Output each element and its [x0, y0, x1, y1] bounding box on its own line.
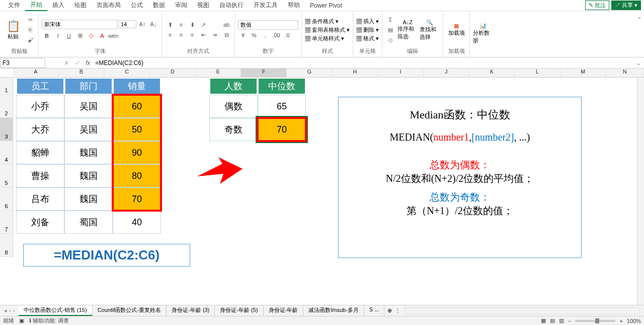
align-right-button[interactable]: ≡: [187, 30, 197, 39]
view-pagebreak-button[interactable]: ▥: [559, 317, 564, 324]
menu-formula[interactable]: 公式: [126, 0, 148, 11]
underline-button[interactable]: U: [64, 31, 74, 40]
tab-nav-first[interactable]: ◂: [4, 307, 7, 314]
view-normal-button[interactable]: ▦: [541, 317, 546, 324]
percent-button[interactable]: %: [249, 31, 259, 40]
wrap-text-button[interactable]: ab: [221, 20, 231, 29]
view-layout-button[interactable]: ▤: [550, 317, 555, 324]
insert-cells-button[interactable]: ▦ 插入 ▾: [356, 18, 379, 25]
menu-powerpivot[interactable]: Power Pivot: [305, 1, 347, 10]
increase-decimal-button[interactable]: .00: [271, 31, 281, 40]
align-middle-button[interactable]: ≡: [176, 20, 186, 29]
cell-c1[interactable]: 销量: [113, 78, 161, 95]
align-left-button[interactable]: ≡: [165, 30, 175, 39]
autosum-button[interactable]: Σ: [385, 15, 395, 24]
cell-b6[interactable]: 魏国: [64, 187, 113, 211]
cell-a4[interactable]: 貂蝉: [16, 141, 64, 164]
cell-e3[interactable]: 奇数: [209, 118, 258, 141]
col-header-k[interactable]: K: [469, 69, 515, 77]
col-header-d[interactable]: D: [150, 69, 196, 77]
formula-input[interactable]: [93, 59, 633, 67]
cell-f1[interactable]: 中位数: [258, 78, 306, 95]
cell-b2[interactable]: 吴国: [64, 95, 113, 118]
phonetic-button[interactable]: wén: [108, 31, 118, 40]
row-header-4[interactable]: 4: [0, 141, 13, 164]
cell-c4[interactable]: 90: [113, 141, 161, 164]
col-header-l[interactable]: L: [515, 69, 560, 77]
cell-a7[interactable]: 刘备: [16, 211, 64, 234]
cell-e1[interactable]: 人数: [209, 78, 258, 95]
indent-dec-button[interactable]: ⇤: [198, 30, 208, 39]
row-header-6[interactable]: 6: [0, 187, 13, 211]
tab-nav-prev[interactable]: ‹: [9, 307, 11, 314]
vertical-scrollbar[interactable]: [637, 78, 644, 311]
format-painter-button[interactable]: 🖌: [25, 35, 35, 44]
zoom-in-button[interactable]: +: [619, 318, 622, 324]
status-accessibility[interactable]: ℹ 辅助功能: 调查: [29, 317, 69, 324]
table-format-button[interactable]: ▦ 套用表格格式 ▾: [305, 26, 350, 34]
menu-draw[interactable]: 绘图: [69, 0, 92, 11]
horizontal-scrollbar[interactable]: [405, 307, 640, 314]
orientation-button[interactable]: ↗: [198, 20, 208, 29]
menu-dev[interactable]: 开发工具: [249, 0, 283, 11]
format-cells-button[interactable]: ▦ 格式 ▾: [356, 35, 379, 42]
col-header-h[interactable]: H: [333, 69, 378, 77]
cell-c3[interactable]: 50: [113, 118, 161, 141]
formula-expand-button[interactable]: ⌄: [633, 59, 644, 67]
cell-b3[interactable]: 吴国: [64, 118, 113, 141]
find-select-button[interactable]: 🔍查找和选择: [420, 13, 440, 46]
decrease-decimal-button[interactable]: .0: [282, 31, 292, 40]
cell-c5[interactable]: 80: [113, 164, 161, 187]
clear-button[interactable]: ◇: [385, 35, 395, 44]
analyze-data-button[interactable]: 📊分析数据: [473, 13, 493, 54]
cell-f2[interactable]: 65: [258, 95, 306, 118]
fill-color-button[interactable]: ◇: [86, 31, 96, 40]
enter-formula-button[interactable]: ✓: [71, 59, 83, 67]
zoom-level[interactable]: 100%: [627, 318, 641, 324]
align-center-button[interactable]: ≡: [176, 30, 186, 39]
merge-button[interactable]: ⊟: [221, 30, 231, 39]
col-header-c[interactable]: C: [104, 69, 150, 77]
cell-b7[interactable]: 蜀国: [64, 211, 113, 234]
cancel-formula-button[interactable]: ✕: [60, 59, 71, 67]
sheet-tab-4[interactable]: 身份证-年龄: [264, 305, 304, 316]
row-header-7[interactable]: 7: [0, 211, 13, 234]
zoom-slider[interactable]: [575, 320, 615, 322]
col-header-b[interactable]: B: [59, 69, 105, 77]
cell-b5[interactable]: 魏国: [64, 164, 113, 187]
row-header-5[interactable]: 5: [0, 164, 13, 187]
menu-automate[interactable]: 自动执行: [214, 0, 249, 11]
sort-filter-button[interactable]: A↓Z排序和筛选: [397, 13, 418, 46]
fill-button[interactable]: ▤: [385, 25, 395, 34]
row-header-2[interactable]: 2: [0, 95, 13, 118]
col-header-j[interactable]: J: [424, 69, 469, 77]
cell-e2[interactable]: 偶数: [209, 95, 258, 118]
indent-inc-button[interactable]: ⇥: [209, 30, 219, 39]
number-format-combo[interactable]: 数值: [238, 20, 298, 30]
col-header-n[interactable]: N: [606, 69, 644, 77]
cell-b4[interactable]: 魏国: [64, 141, 113, 164]
cell-b1[interactable]: 部门: [64, 78, 113, 95]
cell-c7[interactable]: 40: [113, 211, 161, 234]
font-size-combo[interactable]: 14: [118, 20, 136, 28]
name-box[interactable]: F3: [0, 58, 45, 68]
ribbon-collapse-button[interactable]: ⌄: [635, 11, 644, 57]
cell-a6[interactable]: 吕布: [16, 187, 64, 211]
font-color-button[interactable]: A: [97, 31, 107, 40]
cell-style-button[interactable]: ▦ 单元格样式 ▾: [305, 35, 350, 42]
cell-grid[interactable]: 员工 部门 销量 小乔 吴国 60 大乔 吴国 50 貂蝉 魏国 90 曹操 魏…: [13, 78, 644, 311]
paste-button[interactable]: 📋粘贴: [3, 13, 23, 46]
cell-a2[interactable]: 小乔: [16, 95, 64, 118]
col-header-g[interactable]: G: [287, 69, 333, 77]
cell-a1[interactable]: 员工: [16, 78, 64, 95]
sheet-tab-1[interactable]: Countif函数公式-重复姓名: [93, 305, 167, 316]
menu-home[interactable]: 开始: [25, 0, 47, 11]
zoom-thumb[interactable]: [595, 318, 599, 323]
share-button[interactable]: ↗ 共享 ▾: [611, 1, 641, 10]
sheet-tab-0[interactable]: 中位数函数公式-销售 (15): [19, 305, 92, 316]
zoom-out-button[interactable]: −: [568, 318, 571, 324]
increase-font-button[interactable]: A↑: [137, 20, 147, 29]
row-header-1[interactable]: 1: [0, 78, 13, 95]
tab-nav-next[interactable]: ›: [13, 307, 15, 314]
cell-c2[interactable]: 60: [113, 95, 161, 118]
